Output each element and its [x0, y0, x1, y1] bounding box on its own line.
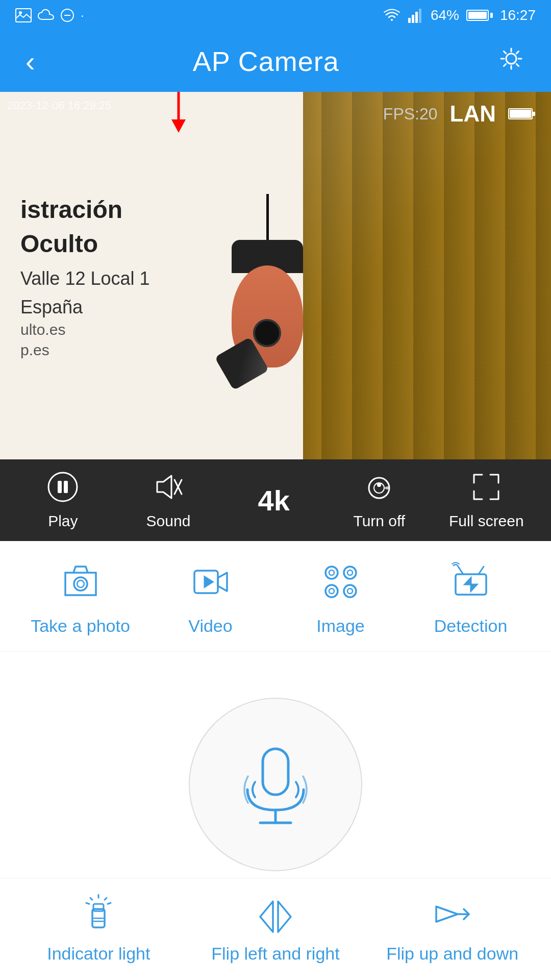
app-header: ‹ AP Camera: [0, 31, 551, 92]
svg-line-48: [86, 903, 89, 904]
svg-rect-15: [58, 481, 62, 493]
svg-rect-16: [64, 481, 68, 493]
svg-rect-12: [510, 110, 531, 118]
sound-button[interactable]: Sound: [133, 471, 204, 530]
sound-icon: [152, 471, 185, 507]
detection-label: Detection: [434, 616, 508, 636]
wood-texture: [276, 92, 551, 459]
svg-marker-51: [260, 901, 273, 932]
svg-line-37: [479, 567, 484, 574]
svg-marker-26: [205, 577, 213, 587]
indicator-light-button[interactable]: Indicator light: [27, 894, 170, 964]
action-row: Take a photo Video Image: [0, 541, 551, 652]
svg-point-21: [377, 483, 381, 487]
back-button[interactable]: ‹: [26, 45, 35, 78]
indicator-light-icon: [78, 894, 119, 937]
battery-percent: 64%: [431, 7, 459, 23]
photo-button[interactable]: Take a photo: [30, 561, 132, 636]
play-button[interactable]: Play: [27, 471, 98, 530]
svg-point-8: [506, 54, 516, 64]
svg-point-33: [344, 585, 356, 597]
camera-feed-bg: istración Oculto Valle 12 Local 1 España…: [0, 92, 551, 459]
svg-point-29: [344, 567, 356, 579]
gear-icon: [497, 44, 525, 73]
footer-row: Indicator light Flip left and right: [0, 878, 551, 980]
svg-line-46: [90, 898, 92, 900]
play-label: Play: [48, 512, 78, 530]
flip-ud-button[interactable]: Flip up and down: [381, 894, 524, 964]
image-icon: [320, 561, 361, 608]
image-label: Image: [316, 616, 365, 636]
signal-icon: [408, 8, 423, 23]
svg-rect-43: [93, 904, 104, 911]
photo-label: Take a photo: [31, 616, 130, 636]
cloud-icon: [38, 8, 54, 22]
svg-marker-52: [278, 901, 291, 932]
wifi-icon: [383, 8, 401, 23]
flip-ud-icon: [432, 894, 473, 937]
image-button[interactable]: Image: [290, 561, 392, 636]
svg-point-32: [329, 589, 334, 594]
status-right-icons: 64% 16:27: [383, 7, 536, 23]
flip-lr-icon: [255, 894, 296, 937]
photo-icon: [60, 561, 101, 608]
camera-battery-icon: [508, 106, 536, 121]
svg-line-36: [458, 567, 463, 574]
svg-rect-4: [408, 18, 411, 23]
sound-label: Sound: [146, 512, 191, 530]
svg-rect-0: [16, 9, 31, 22]
camera-device-illustration: [227, 194, 308, 357]
microphone-button[interactable]: [189, 698, 362, 871]
quality-button[interactable]: 4k: [238, 484, 310, 517]
fullscreen-label: Full screen: [449, 512, 524, 530]
svg-line-45: [105, 898, 107, 900]
fps-label: FPS:20: [383, 105, 438, 124]
page-title: AP Camera: [193, 45, 339, 77]
svg-marker-53: [436, 906, 458, 922]
gallery-icon: [15, 8, 32, 22]
svg-marker-38: [465, 578, 477, 591]
svg-point-28: [329, 570, 334, 575]
camera-info-bar: FPS:20 LAN: [368, 92, 551, 136]
turnoff-label: Turn off: [353, 512, 405, 530]
time-display: 16:27: [500, 7, 536, 23]
dot-indicator: ·: [81, 8, 84, 22]
video-label: Video: [188, 616, 232, 636]
fullscreen-button[interactable]: Full screen: [449, 471, 524, 530]
play-icon: [46, 471, 79, 507]
svg-point-27: [325, 567, 338, 579]
detection-button[interactable]: Detection: [420, 561, 522, 636]
turnoff-icon: [363, 471, 395, 507]
video-button[interactable]: Video: [160, 561, 262, 636]
turnoff-button[interactable]: Turn off: [343, 471, 415, 530]
svg-point-24: [77, 580, 84, 587]
svg-rect-13: [532, 112, 535, 116]
status-left-icons: ·: [15, 8, 84, 22]
flip-ud-label: Flip up and down: [386, 944, 518, 964]
status-bar: · 64% 16:27: [0, 0, 551, 31]
svg-point-34: [347, 589, 353, 594]
fullscreen-icon: [470, 471, 503, 507]
flip-lr-button[interactable]: Flip left and right: [204, 894, 347, 964]
settings-button[interactable]: [497, 44, 525, 78]
svg-point-14: [48, 473, 77, 501]
indicator-light-label: Indicator light: [47, 944, 150, 964]
svg-point-30: [347, 570, 353, 575]
detection-icon: [450, 561, 491, 608]
video-icon: [190, 561, 231, 608]
svg-point-1: [19, 11, 22, 14]
bottom-toolbar: Play Sound 4k Turn off: [0, 459, 551, 541]
middle-area: [0, 652, 551, 917]
battery-icon: [466, 10, 493, 21]
svg-line-47: [108, 903, 111, 904]
svg-rect-6: [415, 12, 418, 23]
svg-rect-5: [412, 15, 414, 23]
camera-view: FPS:20 LAN 2023-12-06 16:29:25 istración…: [0, 92, 551, 459]
fps-prefix: FPS:: [383, 105, 419, 123]
camera-timestamp: 2023-12-06 16:29:25: [7, 99, 111, 112]
mic-icon: [224, 733, 327, 836]
quality-label: 4k: [258, 484, 289, 517]
svg-rect-7: [419, 9, 421, 23]
svg-point-23: [74, 577, 87, 591]
connection-label: LAN: [450, 101, 496, 127]
